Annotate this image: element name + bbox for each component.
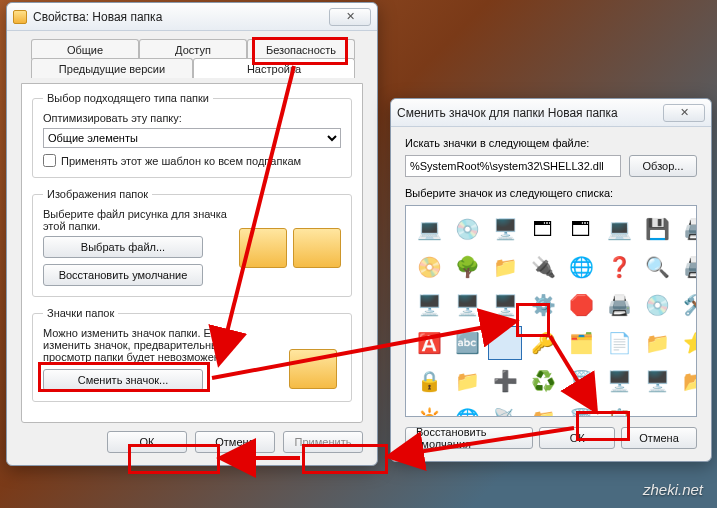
icon-item[interactable]: 📄: [602, 326, 636, 360]
dialog-buttons: ОК Отмена Применить: [21, 431, 363, 453]
icon-glyph: 💾: [645, 219, 670, 239]
icon-glyph: 💿: [455, 219, 480, 239]
cancel-button[interactable]: Отмена: [195, 431, 275, 453]
change-icon-button[interactable]: Сменить значок...: [43, 369, 203, 391]
icon-item[interactable]: 💾: [640, 212, 674, 246]
icon-list[interactable]: 💻💿🖥️🗔🗔💻💾🖨️📀🌳📁🔌🌐❓🔍🖨️🖥️🖥️🖥️⚙️🛑🖨️💿🛠️🅰️🔤🔑🗂️📄…: [405, 205, 697, 417]
icon-item[interactable]: 💻: [602, 212, 636, 246]
icon-item[interactable]: 🔤: [450, 326, 484, 360]
icon-item[interactable]: 🔒: [412, 364, 446, 398]
icon-glyph: 🔆: [417, 409, 442, 417]
browse-button[interactable]: Обзор...: [629, 155, 697, 177]
restore-default-image-button[interactable]: Восстановить умолчание: [43, 264, 203, 286]
change-icon-window: Сменить значок для папки Новая папка ✕ И…: [390, 98, 712, 462]
icon-glyph: 🗑️: [569, 371, 594, 391]
icon-item[interactable]: 🔍: [640, 250, 674, 284]
icon-glyph: 💻: [417, 219, 442, 239]
icon-item[interactable]: 🖨️: [602, 288, 636, 322]
icon-item[interactable]: 🗑️: [564, 402, 598, 417]
titlebar[interactable]: Сменить значок для папки Новая папка ✕: [391, 99, 711, 127]
titlebar[interactable]: Свойства: Новая папка ✕: [7, 3, 377, 31]
tab-sharing[interactable]: Доступ: [139, 39, 247, 59]
icon-item[interactable]: [488, 326, 522, 360]
icon-item[interactable]: 💻: [412, 212, 446, 246]
icon-glyph: 🖨️: [607, 295, 632, 315]
icon-item[interactable]: 📁: [450, 364, 484, 398]
icon-glyph: 📁: [645, 333, 670, 353]
restore-defaults-button[interactable]: Восстановить умолчания: [405, 427, 533, 449]
icon-item[interactable]: 🖥️: [602, 364, 636, 398]
icon-item[interactable]: 🗔: [526, 212, 560, 246]
tab-security[interactable]: Безопасность: [247, 39, 355, 59]
icon-item[interactable]: 📡: [488, 402, 522, 417]
icon-item[interactable]: 📀: [412, 250, 446, 284]
icon-glyph: 🗔: [571, 219, 591, 239]
icon-item[interactable]: 🌐: [450, 402, 484, 417]
icon-glyph: 📁: [455, 371, 480, 391]
choose-file-button[interactable]: Выбрать файл...: [43, 236, 203, 258]
folder-images-hint: Выберите файл рисунка для значка этой па…: [43, 208, 243, 232]
icon-item[interactable]: ➕: [488, 364, 522, 398]
icon-glyph: 📋: [607, 409, 632, 417]
icon-item[interactable]: ⚙️: [526, 288, 560, 322]
tab-general[interactable]: Общие: [31, 39, 139, 59]
icon-item[interactable]: 🗂️: [564, 326, 598, 360]
icon-item[interactable]: 🖥️: [412, 288, 446, 322]
icon-item[interactable]: ♻️: [526, 364, 560, 398]
icon-item[interactable]: 🗔: [564, 212, 598, 246]
tab-previous-versions[interactable]: Предыдущие версии: [31, 58, 193, 78]
dialog-buttons: Восстановить умолчания ОК Отмена: [405, 427, 697, 449]
icon-glyph: 📄: [607, 333, 632, 353]
close-button[interactable]: ✕: [663, 104, 705, 122]
icon-item[interactable]: 📂: [678, 364, 697, 398]
folder-icons-hint: Можно изменить значок папки. Если измени…: [43, 327, 263, 363]
icon-item[interactable]: 🌐: [564, 250, 598, 284]
ok-button[interactable]: ОК: [107, 431, 187, 453]
icon-item[interactable]: 🖥️: [450, 288, 484, 322]
icon-item[interactable]: 🛑: [564, 288, 598, 322]
icon-item[interactable]: 🔑: [526, 326, 560, 360]
icon-item[interactable]: 🔌: [526, 250, 560, 284]
tab-strip: Общие Доступ Безопасность Предыдущие вер…: [21, 39, 363, 79]
icon-item[interactable]: 🖨️: [678, 212, 697, 246]
tab-customize[interactable]: Настройка: [193, 58, 355, 78]
icon-item[interactable]: 🅰️: [412, 326, 446, 360]
icon-item[interactable]: 📋: [602, 402, 636, 417]
icon-item[interactable]: 🖥️: [640, 364, 674, 398]
icon-item[interactable]: 🖨️: [678, 250, 697, 284]
icon-glyph: 🖥️: [645, 371, 670, 391]
optimize-label: Оптимизировать эту папку:: [43, 112, 341, 124]
apply-button[interactable]: Применить: [283, 431, 363, 453]
apply-subfolders-checkbox[interactable]: [43, 154, 56, 167]
icon-glyph: 🔤: [455, 333, 480, 353]
icon-item[interactable]: 🖥️: [488, 288, 522, 322]
icon-glyph: 💿: [645, 295, 670, 315]
icon-item[interactable]: 📁: [488, 250, 522, 284]
tab-panel: Выбор подходящего типа папки Оптимизиров…: [21, 83, 363, 423]
close-button[interactable]: ✕: [329, 8, 371, 26]
icon-glyph: 🌐: [455, 409, 480, 417]
folder-thumb-back: [239, 228, 287, 268]
icon-glyph: 🌳: [455, 257, 480, 277]
icon-glyph: 📂: [683, 371, 698, 391]
icon-item[interactable]: 🖥️: [488, 212, 522, 246]
icon-item[interactable]: 🌳: [450, 250, 484, 284]
icon-item[interactable]: 🔆: [412, 402, 446, 417]
cancel-button[interactable]: Отмена: [621, 427, 697, 449]
icon-path-input[interactable]: [405, 155, 621, 177]
icon-item[interactable]: 📁: [526, 402, 560, 417]
icon-item[interactable]: 📁: [640, 326, 674, 360]
optimize-combo[interactable]: Общие элементы: [43, 128, 341, 148]
icon-item[interactable]: 💿: [450, 212, 484, 246]
icon-item[interactable]: ⭐: [678, 326, 697, 360]
icon-item[interactable]: 🗑️: [564, 364, 598, 398]
icon-item[interactable]: ❓: [602, 250, 636, 284]
icon-item[interactable]: 🛠️: [678, 288, 697, 322]
group-folder-type: Выбор подходящего типа папки Оптимизиров…: [32, 92, 352, 178]
list-label: Выберите значок из следующего списка:: [405, 187, 697, 199]
icon-glyph: 🖨️: [683, 219, 698, 239]
ok-button[interactable]: ОК: [539, 427, 615, 449]
icon-glyph: 📁: [531, 409, 556, 417]
icon-glyph: 🗑️: [569, 409, 594, 417]
icon-item[interactable]: 💿: [640, 288, 674, 322]
